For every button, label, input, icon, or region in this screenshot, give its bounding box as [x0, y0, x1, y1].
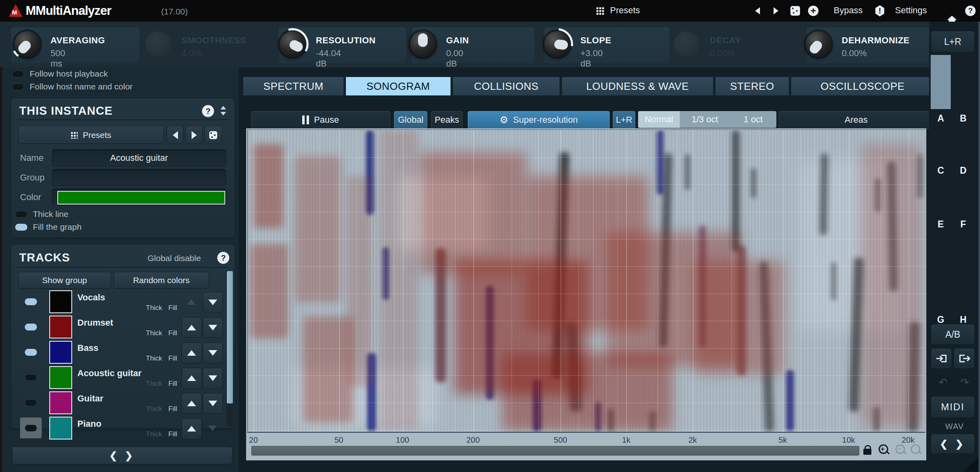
next-preset-icon[interactable] [774, 7, 778, 14]
collapse-stepper-icon[interactable] [220, 106, 226, 115]
toolbar-lr-button[interactable]: L+R [613, 111, 635, 129]
track-color-swatch[interactable] [49, 366, 72, 389]
smoothness-knob[interactable] [145, 31, 171, 57]
thick-line-toggle[interactable] [15, 211, 27, 218]
resolution-knob[interactable] [280, 31, 305, 57]
scrollbar-thumb[interactable] [227, 271, 233, 403]
tab-oscilloscope[interactable]: OSCILLOSCOPE [791, 77, 934, 95]
sidebar-collapse-button[interactable]: ❮ ❯ [931, 434, 975, 454]
random-preset-button[interactable] [204, 126, 222, 144]
track-move-up-button[interactable] [182, 393, 202, 414]
alert-icon[interactable]: ! [875, 5, 884, 16]
track-fill-label[interactable]: Fill [168, 304, 177, 312]
follow-host-playback-toggle[interactable] [12, 71, 24, 77]
track-enable-toggle[interactable] [25, 298, 37, 305]
next-preset-button[interactable] [186, 126, 202, 144]
undo-icon[interactable]: ↶ [939, 376, 948, 388]
track-move-down-button[interactable] [203, 368, 223, 389]
fill-graph-toggle[interactable] [15, 224, 27, 231]
random-colors-button[interactable]: Random colors [113, 272, 209, 289]
channel-lr-button[interactable]: L+R [931, 31, 975, 53]
gain-knob[interactable] [410, 31, 436, 57]
slot-a[interactable]: A [931, 113, 951, 124]
averaging-knob[interactable] [14, 31, 40, 57]
track-move-down-button[interactable] [203, 393, 223, 414]
global-disable-label[interactable]: Global disable [148, 253, 201, 263]
track-enable-toggle[interactable] [25, 425, 37, 431]
peaks-button[interactable]: Peaks [431, 111, 463, 129]
previous-preset-button[interactable] [167, 126, 184, 144]
slot-h[interactable]: H [953, 314, 973, 325]
slot-f[interactable]: F [953, 219, 973, 230]
add-icon[interactable]: + [808, 6, 818, 16]
track-fill-label[interactable]: Fill [168, 430, 177, 438]
track-move-up-button[interactable] [182, 317, 202, 338]
slope-knob[interactable] [544, 31, 570, 57]
track-color-swatch[interactable] [49, 417, 72, 440]
track-enable-toggle[interactable] [25, 399, 37, 406]
track-move-up-button[interactable] [182, 418, 202, 439]
track-thick-label[interactable]: Thick [146, 405, 162, 413]
group-field[interactable] [52, 169, 226, 186]
track-fill-label[interactable]: Fill [168, 355, 177, 363]
help-icon[interactable]: ? [965, 6, 976, 16]
track-move-up-button[interactable] [182, 292, 201, 312]
zoom-out-icon[interactable]: − [895, 444, 907, 456]
lock-icon[interactable] [863, 445, 871, 455]
track-thick-label[interactable]: Thick [146, 304, 162, 312]
zoom-in-icon[interactable]: + [879, 444, 891, 456]
super-resolution-button[interactable]: ⚙ Super-resolution [468, 111, 610, 129]
tab-spectrum[interactable]: SPECTRUM [243, 77, 344, 95]
resize-handle[interactable] [964, 456, 980, 472]
panel-collapse-button[interactable]: ❮ ❯ [12, 447, 232, 464]
slot-c[interactable]: C [931, 165, 951, 176]
show-group-button[interactable]: Show group [18, 272, 111, 289]
zoom-reset-icon[interactable] [911, 444, 923, 456]
tracks-help-icon[interactable]: ? [217, 252, 229, 264]
slot-g[interactable]: G [931, 314, 951, 325]
track-fill-label[interactable]: Fill [168, 405, 177, 413]
track-move-down-button[interactable] [203, 342, 223, 363]
settings-button[interactable]: Settings [895, 5, 927, 16]
areas-button[interactable]: Areas [779, 111, 934, 129]
track-thick-label[interactable]: Thick [146, 355, 162, 363]
mode-octave-segment[interactable]: 1 oct [730, 111, 776, 128]
pause-button[interactable]: Pause [251, 111, 390, 129]
name-field[interactable]: Acoustic guitar [52, 149, 226, 166]
copy-out-button[interactable] [954, 348, 975, 369]
track-thick-label[interactable]: Thick [146, 329, 162, 337]
tab-loudness-wave[interactable]: LOUDNESS & WAVE [562, 77, 713, 95]
tab-sonogram[interactable]: SONOGRAM [346, 77, 451, 95]
this-instance-help-icon[interactable]: ? [202, 105, 214, 117]
track-move-down-button[interactable] [203, 418, 222, 438]
slot-e[interactable]: E [931, 219, 951, 230]
decay-knob[interactable] [674, 31, 699, 57]
track-color-swatch[interactable] [49, 391, 72, 414]
track-color-swatch[interactable] [49, 316, 72, 338]
sonogram-plot[interactable]: 20501002005001k2k5k10k20k + − [246, 128, 926, 460]
ab-compare-button[interactable]: A/B [931, 324, 975, 345]
deharmonize-knob[interactable] [806, 31, 831, 57]
titlebar-presets-button[interactable]: Presets [610, 5, 640, 16]
tab-collisions[interactable]: COLLISIONS [453, 77, 560, 95]
follow-host-name-toggle[interactable] [12, 83, 24, 90]
redo-icon[interactable]: ↷ [960, 376, 969, 388]
track-enable-toggle[interactable] [25, 324, 37, 330]
sonogram-display[interactable] [247, 130, 925, 432]
track-thick-label[interactable]: Thick [146, 430, 162, 438]
slot-b[interactable]: B [953, 113, 973, 124]
midi-button[interactable]: MIDI [931, 396, 975, 418]
track-move-up-button[interactable] [182, 368, 202, 389]
instance-presets-button[interactable]: Presets [18, 126, 164, 144]
global-button[interactable]: Global [394, 111, 427, 129]
presets-grid-icon[interactable] [596, 7, 604, 15]
track-move-down-button[interactable] [203, 317, 223, 338]
track-move-up-button[interactable] [182, 342, 202, 363]
track-color-swatch[interactable] [49, 290, 72, 313]
mode-third-octave-segment[interactable]: 1/3 oct [680, 111, 730, 128]
track-fill-label[interactable]: Fill [168, 380, 177, 388]
mode-normal-segment[interactable]: Normal [638, 111, 680, 128]
track-move-down-button[interactable] [203, 292, 223, 313]
track-enable-toggle[interactable] [25, 349, 37, 356]
track-enable-toggle[interactable] [25, 374, 37, 381]
